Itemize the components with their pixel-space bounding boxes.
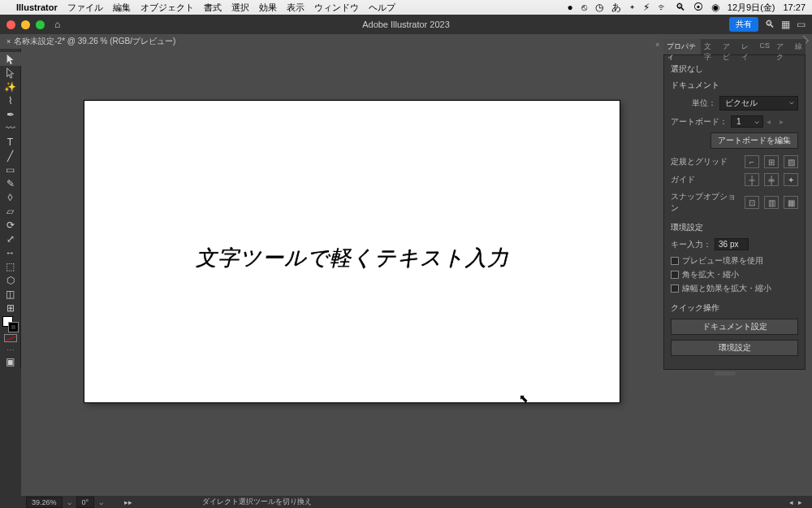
wifi-icon[interactable]: ᯤ <box>658 2 667 13</box>
chk-scale-strokes[interactable] <box>671 284 679 293</box>
tab-appearance[interactable]: アピ <box>719 39 738 54</box>
type-tool[interactable]: T <box>0 135 21 149</box>
panel-collapse-icon[interactable]: × <box>655 41 659 49</box>
status-nav-right-icon[interactable]: ▸ <box>798 498 802 506</box>
magic-wand-tool[interactable]: ✨ <box>0 80 21 93</box>
rotation-chevron-icon[interactable]: ⌵ <box>99 498 103 506</box>
document-tab[interactable]: × 名称未設定-2* @ 39.26 % (RGB/プレビュー) <box>6 36 175 47</box>
snap-pixel-icon[interactable]: ▦ <box>784 196 798 209</box>
tab-layers[interactable]: レイ <box>738 39 757 54</box>
tab-properties[interactable]: プロパティ <box>663 39 701 54</box>
selection-tool[interactable] <box>0 52 21 66</box>
transparency-grid-icon[interactable]: ▨ <box>784 155 798 168</box>
fullscreen-window-button[interactable] <box>36 20 45 29</box>
line-tool[interactable]: ╱ <box>0 149 21 163</box>
panel-grab-handle[interactable] <box>715 371 736 376</box>
bluetooth-icon[interactable]: ᛭ <box>629 2 635 13</box>
tab-actions[interactable]: アク <box>773 39 792 54</box>
properties-panel: × プロパティ 文字 アピ レイ CS アク 線 選択なし ドキュメント 単位：… <box>663 39 806 370</box>
search-icon[interactable]: 🔍︎ <box>765 19 775 30</box>
status-nav-left-icon[interactable]: ◂ <box>789 498 793 506</box>
artboard-dropdown[interactable]: 1 <box>731 115 763 128</box>
menu-effect[interactable]: 効果 <box>259 2 277 14</box>
unit-dropdown[interactable]: ピクセル <box>719 96 798 111</box>
snap-label: スナップオプション <box>671 191 741 214</box>
chk-preview-bounds[interactable] <box>671 257 679 265</box>
ruler-icon[interactable]: ⌐ <box>745 155 759 168</box>
shaper-tool[interactable]: ◊ <box>0 190 21 204</box>
guide-visibility-icon[interactable]: ┼ <box>745 173 759 186</box>
shape-builder-tool[interactable]: ⬡ <box>0 273 21 287</box>
lasso-tool[interactable]: ⌇ <box>0 93 21 107</box>
no-color-icon[interactable] <box>4 334 17 342</box>
smart-guide-icon[interactable]: ✦ <box>784 173 798 186</box>
menu-select[interactable]: 選択 <box>231 2 249 14</box>
menu-file[interactable]: ファイル <box>67 2 103 14</box>
status-hint: ダイレクト選択ツールを切り換え <box>202 497 312 507</box>
preferences-button[interactable]: 環境設定 <box>671 340 798 356</box>
minimize-window-button[interactable] <box>21 20 30 29</box>
artboard-nav-icon[interactable]: ◂ ▸ <box>767 117 787 126</box>
tab-character[interactable]: 文字 <box>701 39 719 54</box>
zoom-chevron-icon[interactable]: ⌵ <box>67 498 71 506</box>
macos-menubar: Illustrator ファイル 編集 オブジェクト 書式 選択 効果 表示 ウ… <box>0 0 812 15</box>
edit-artboard-button[interactable]: アートボードを編集 <box>710 132 798 149</box>
workspace-icon[interactable]: ▭ <box>797 19 806 30</box>
scale-tool[interactable]: ⤢ <box>0 232 21 245</box>
rotation-dropdown[interactable]: 0° <box>76 497 95 508</box>
app-titlebar: ⌂ Adobe Illustrator 2023 共有 🔍︎ ▦ ▭ <box>0 15 812 34</box>
tab-stroke[interactable]: 線 <box>792 39 806 54</box>
cursor-icon: ⬉ <box>519 392 529 405</box>
pen-tool[interactable]: ✒ <box>0 107 21 121</box>
perspective-tool[interactable]: ◫ <box>0 287 21 301</box>
snap-grid-icon[interactable]: ▥ <box>764 196 779 209</box>
menu-edit[interactable]: 編集 <box>113 2 131 14</box>
chk-scale-corners[interactable] <box>671 271 679 279</box>
zoom-dropdown[interactable]: 39.26% <box>26 497 63 508</box>
siri-icon[interactable]: ◉ <box>711 2 719 13</box>
document-setup-button[interactable]: ドキュメント設定 <box>671 319 798 335</box>
fill-stroke-swatch[interactable] <box>2 316 19 332</box>
menu-view[interactable]: 表示 <box>287 2 304 14</box>
paintbrush-tool[interactable]: ✎ <box>0 176 21 190</box>
key-input-field[interactable] <box>715 238 749 250</box>
direct-selection-tool[interactable] <box>0 66 21 80</box>
mesh-tool[interactable]: ⊞ <box>0 301 21 315</box>
input-icon[interactable]: あ <box>611 1 621 15</box>
close-tab-icon[interactable]: × <box>6 37 11 46</box>
menu-type[interactable]: 書式 <box>204 2 222 14</box>
arrange-icon[interactable]: ▦ <box>781 19 790 30</box>
rectangle-tool[interactable]: ▭ <box>0 163 21 176</box>
share-button[interactable]: 共有 <box>729 17 758 32</box>
artboard[interactable]: 文字ツールで軽くテキスト入力 ⬉ <box>84 101 620 402</box>
toolbar-more-icon[interactable]: ⋯ <box>6 345 15 354</box>
stroke-color-icon[interactable] <box>8 322 19 332</box>
curvature-tool[interactable]: 〰 <box>0 121 21 135</box>
spotlight-icon[interactable]: 🔍︎ <box>676 2 685 13</box>
guide-lock-icon[interactable]: ╪ <box>764 173 779 186</box>
canvas-text-object[interactable]: 文字ツールで軽くテキスト入力 <box>196 243 509 271</box>
chk-scale-corners-label: 角を拡大・縮小 <box>682 269 739 280</box>
tab-cs[interactable]: CS <box>757 39 774 54</box>
menu-window[interactable]: ウィンドウ <box>314 2 359 14</box>
rotate-tool[interactable]: ⟳ <box>0 218 21 232</box>
status-dot-icon: ● <box>568 2 573 13</box>
free-transform-tool[interactable]: ⬚ <box>0 259 21 273</box>
menubar-date[interactable]: 12月9日(金) <box>728 2 775 14</box>
menu-object[interactable]: オブジェクト <box>140 2 194 14</box>
control-center-icon[interactable]: ⦿ <box>693 2 703 13</box>
menu-help[interactable]: ヘルプ <box>369 2 395 14</box>
artboard-nav-prev-icon[interactable]: ▸▸ <box>124 498 132 506</box>
grid-icon[interactable]: ⊞ <box>764 155 779 168</box>
close-window-button[interactable] <box>6 20 15 29</box>
menubar-time[interactable]: 17:27 <box>783 2 806 12</box>
screen-mode-icon[interactable]: ▣ <box>0 354 21 368</box>
app-name[interactable]: Illustrator <box>16 2 58 12</box>
unit-label: 単位： <box>692 98 716 109</box>
snap-point-icon[interactable]: ⊡ <box>745 196 759 209</box>
home-icon[interactable]: ⌂ <box>54 19 60 30</box>
width-tool[interactable]: ↔ <box>0 245 21 259</box>
eraser-tool[interactable]: ▱ <box>0 204 21 218</box>
quick-actions-header: クイック操作 <box>671 302 798 314</box>
battery-icon[interactable]: ⚡︎ <box>643 2 650 13</box>
